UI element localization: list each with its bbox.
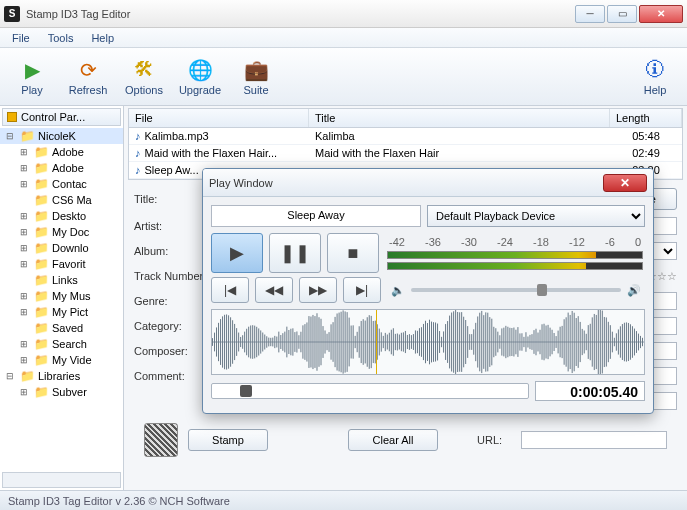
dialog-close-button[interactable]: ✕	[603, 174, 647, 192]
tree-node[interactable]: Favorit	[0, 256, 123, 272]
svg-rect-12	[234, 324, 235, 360]
svg-rect-121	[453, 311, 454, 372]
rewind-button[interactable]: ◀◀	[255, 277, 293, 303]
tree-node[interactable]: NicoleK	[0, 128, 123, 144]
tree-twisty-icon[interactable]	[18, 211, 30, 221]
svg-rect-119	[449, 316, 450, 369]
svg-rect-174	[560, 327, 561, 358]
play-button[interactable]: ▶ Play	[6, 52, 58, 102]
tree-scrollbar[interactable]	[2, 472, 121, 488]
tree-node[interactable]: Contac	[0, 176, 123, 192]
tree-twisty-icon[interactable]	[18, 387, 30, 397]
tree-twisty-icon[interactable]	[18, 227, 30, 237]
table-row[interactable]: ♪Kalimba.mp3Kalimba05:48	[129, 128, 682, 145]
playback-device-select[interactable]: Default Playback Device	[427, 205, 645, 227]
forward-button[interactable]: ▶▶	[299, 277, 337, 303]
svg-rect-42	[294, 332, 295, 352]
volume-slider[interactable]	[411, 288, 621, 292]
col-length[interactable]: Length	[610, 109, 682, 127]
transport-stop-button[interactable]: ■	[327, 233, 379, 273]
volume-max-icon[interactable]: 🔊	[627, 284, 641, 297]
music-note-icon: ♪	[135, 130, 141, 142]
tree-twisty-icon[interactable]	[4, 371, 16, 381]
tree-twisty-icon[interactable]	[18, 243, 30, 253]
tree-twisty-icon[interactable]	[18, 147, 30, 157]
input-url[interactable]	[521, 431, 667, 449]
tree-node[interactable]: CS6 Ma	[0, 192, 123, 208]
tree-twisty-icon[interactable]	[18, 259, 30, 269]
skip-end-button[interactable]: ▶|	[343, 277, 381, 303]
transport-pause-button[interactable]: ❚❚	[269, 233, 321, 273]
svg-rect-124	[459, 312, 460, 371]
svg-rect-1	[212, 338, 213, 346]
tree-node-label: Contac	[52, 178, 87, 190]
svg-rect-187	[586, 334, 587, 350]
dialog-title: Play Window	[209, 177, 603, 189]
svg-rect-202	[616, 333, 617, 350]
svg-rect-138	[487, 313, 488, 372]
toolbar: ▶ Play ⟳ Refresh 🛠 Options 🌐 Upgrade 💼 S…	[0, 48, 687, 106]
svg-rect-164	[540, 330, 541, 354]
suite-button[interactable]: 💼 Suite	[230, 52, 282, 102]
tree-node[interactable]: Downlo	[0, 240, 123, 256]
waveform-display[interactable]	[211, 309, 645, 375]
tree-node[interactable]: Deskto	[0, 208, 123, 224]
svg-rect-35	[280, 335, 281, 349]
menu-file[interactable]: File	[4, 30, 38, 46]
maximize-button[interactable]	[607, 5, 637, 23]
tree-node[interactable]: Libraries	[0, 368, 123, 384]
tree-node[interactable]: Search	[0, 336, 123, 352]
svg-rect-153	[517, 327, 518, 357]
upgrade-button[interactable]: 🌐 Upgrade	[174, 52, 226, 102]
seek-slider[interactable]	[211, 383, 529, 399]
menu-tools[interactable]: Tools	[40, 30, 82, 46]
tree-node-label: NicoleK	[38, 130, 76, 142]
tree-node[interactable]: My Vide	[0, 352, 123, 368]
svg-rect-2	[214, 333, 215, 352]
tree-twisty-icon[interactable]	[4, 131, 16, 141]
tree-node[interactable]: Links	[0, 272, 123, 288]
menu-help[interactable]: Help	[83, 30, 122, 46]
svg-rect-62	[335, 317, 336, 367]
tree-twisty-icon[interactable]	[18, 339, 30, 349]
stamp-button[interactable]: Stamp	[188, 429, 268, 451]
close-button[interactable]	[639, 5, 683, 23]
play-icon: ▶	[20, 58, 44, 82]
svg-rect-40	[290, 329, 291, 356]
music-note-icon: ♪	[135, 164, 141, 176]
suite-label: Suite	[243, 84, 268, 96]
col-title[interactable]: Title	[309, 109, 610, 127]
svg-rect-91	[393, 328, 394, 356]
clearall-button[interactable]: Clear All	[348, 429, 438, 451]
minimize-button[interactable]	[575, 5, 605, 23]
tree-twisty-icon[interactable]	[18, 179, 30, 189]
svg-rect-49	[308, 316, 309, 368]
svg-rect-59	[329, 332, 330, 352]
col-file[interactable]: File	[129, 109, 309, 127]
tree-node[interactable]: My Doc	[0, 224, 123, 240]
app-icon: S	[4, 6, 20, 22]
svg-rect-207	[626, 322, 627, 361]
svg-rect-56	[323, 326, 324, 358]
tree-node[interactable]: Saved	[0, 320, 123, 336]
folder-tree[interactable]: Control Par... NicoleKAdobeAdobeContacCS…	[0, 106, 124, 490]
svg-rect-130	[471, 334, 472, 350]
transport-play-button[interactable]: ▶	[211, 233, 263, 273]
options-button[interactable]: 🛠 Options	[118, 52, 170, 102]
tree-node[interactable]: Adobe	[0, 160, 123, 176]
tree-twisty-icon[interactable]	[18, 291, 30, 301]
tree-header[interactable]: Control Par...	[2, 108, 121, 126]
tree-twisty-icon[interactable]	[18, 355, 30, 365]
tree-node[interactable]: Adobe	[0, 144, 123, 160]
table-row[interactable]: ♪Maid with the Flaxen Hair...Maid with t…	[129, 145, 682, 162]
skip-start-button[interactable]: |◀	[211, 277, 249, 303]
tree-node[interactable]: My Mus	[0, 288, 123, 304]
help-button[interactable]: 🛈 Help	[629, 52, 681, 102]
tree-twisty-icon[interactable]	[18, 163, 30, 173]
tree-node[interactable]: My Pict	[0, 304, 123, 320]
tree-node[interactable]: Subver	[0, 384, 123, 400]
volume-mute-icon[interactable]: 🔈	[391, 284, 405, 297]
tree-twisty-icon[interactable]	[18, 307, 30, 317]
dialog-titlebar[interactable]: Play Window ✕	[203, 169, 653, 197]
refresh-button[interactable]: ⟳ Refresh	[62, 52, 114, 102]
